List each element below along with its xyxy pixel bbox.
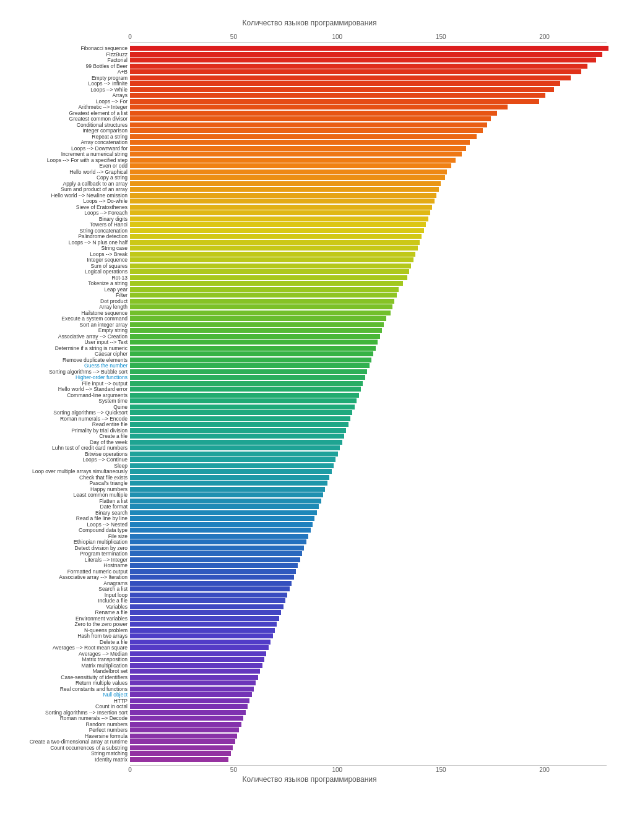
bar bbox=[130, 93, 545, 98]
bar-wrapper bbox=[130, 751, 613, 756]
bar bbox=[130, 381, 363, 386]
bar-wrapper bbox=[130, 281, 613, 286]
bar-label: String case bbox=[6, 245, 130, 251]
table-row: Haversine formula bbox=[6, 734, 613, 739]
table-row: Logical operations bbox=[6, 269, 613, 274]
bar-wrapper bbox=[130, 122, 613, 127]
bar-label: Sleep bbox=[6, 463, 130, 469]
table-row: Remove duplicate elements bbox=[6, 358, 613, 362]
table-row: Array concatenation bbox=[6, 140, 613, 145]
bar-wrapper bbox=[130, 745, 613, 750]
bar bbox=[130, 222, 426, 227]
bar-wrapper bbox=[130, 58, 613, 62]
bar-label: Detect division by zero bbox=[6, 545, 130, 551]
bar bbox=[130, 81, 560, 86]
table-row: Loops --> N plus one half bbox=[6, 240, 613, 245]
bar bbox=[130, 727, 239, 732]
bar-label: Primality by trial division bbox=[6, 427, 130, 434]
table-row: Sorting algorithms --> Bubble sort bbox=[6, 369, 613, 374]
bar bbox=[130, 99, 539, 104]
bar-label: Matrix multiplication bbox=[6, 662, 130, 669]
bar-label: Averages --> Median bbox=[6, 651, 130, 657]
table-row: Formatted numeric output bbox=[6, 569, 613, 574]
bar bbox=[130, 116, 491, 121]
bar-label: Fibonacci sequence bbox=[6, 45, 130, 51]
table-row: Loops --> Continue bbox=[6, 457, 613, 462]
bar bbox=[130, 663, 262, 668]
bar bbox=[130, 304, 392, 309]
bar-wrapper bbox=[130, 181, 613, 186]
bar-label: Rename a file bbox=[6, 609, 130, 615]
bar-wrapper bbox=[130, 593, 613, 598]
table-row: Count occurrences of a substring bbox=[6, 745, 613, 750]
table-row: 99 Bottles of Beer bbox=[6, 64, 613, 69]
bar-label: Case-sensitivity of identifiers bbox=[6, 674, 130, 680]
bar-wrapper bbox=[130, 375, 613, 380]
bar-wrapper bbox=[130, 657, 613, 662]
bar-wrapper bbox=[130, 616, 613, 621]
bar-wrapper bbox=[130, 222, 613, 227]
table-row: Rename a file bbox=[6, 610, 613, 615]
table-row: FizzBuzz bbox=[6, 52, 613, 57]
bar-wrapper bbox=[130, 481, 613, 486]
table-row: Greatest common divisor bbox=[6, 116, 613, 121]
bar-label: Arrays bbox=[6, 92, 130, 98]
bar-wrapper bbox=[130, 757, 613, 762]
bar bbox=[130, 111, 497, 116]
bar bbox=[130, 593, 287, 598]
bar-wrapper bbox=[130, 116, 613, 121]
bar-wrapper bbox=[130, 340, 613, 345]
bar-label: Hello world --> Graphical bbox=[6, 169, 130, 175]
bar bbox=[130, 581, 292, 586]
bar bbox=[130, 669, 260, 674]
table-row: Rot-13 bbox=[6, 275, 613, 280]
bar-wrapper bbox=[130, 158, 613, 163]
bar-wrapper bbox=[130, 633, 613, 638]
bar-wrapper bbox=[130, 546, 613, 551]
bar bbox=[130, 481, 327, 486]
bar bbox=[130, 757, 228, 762]
table-row: Include a file bbox=[6, 598, 613, 603]
table-row: Hello world --> Graphical bbox=[6, 169, 613, 174]
bar bbox=[130, 569, 296, 574]
axis-tick: 200 bbox=[539, 766, 550, 773]
table-row: Guess the number bbox=[6, 363, 613, 368]
bar-wrapper bbox=[130, 93, 613, 98]
bar bbox=[130, 633, 273, 638]
bar-wrapper bbox=[130, 346, 613, 351]
bar bbox=[130, 199, 435, 204]
bar-wrapper bbox=[130, 257, 613, 262]
table-row: Apply a callback to an array bbox=[6, 181, 613, 186]
bar-wrapper bbox=[130, 410, 613, 415]
bar bbox=[130, 492, 323, 497]
bar bbox=[130, 534, 308, 539]
bar-label: Determine if a string is numeric bbox=[6, 345, 130, 351]
bar-wrapper bbox=[130, 275, 613, 280]
bar-label: Binary digits bbox=[6, 216, 130, 222]
bar-label: Pascal's triangle bbox=[6, 480, 130, 486]
table-row: Integer sequence bbox=[6, 257, 613, 262]
table-row: Primality by trial division bbox=[6, 428, 613, 433]
bar-wrapper bbox=[130, 304, 613, 309]
bar-label: Tokenize a string bbox=[6, 280, 130, 286]
table-row: Associative array --> Creation bbox=[6, 334, 613, 339]
bar bbox=[130, 346, 376, 351]
table-row: Averages --> Root mean square bbox=[6, 645, 613, 650]
bar-label: Bitwise operations bbox=[6, 451, 130, 457]
bar bbox=[130, 387, 361, 392]
bar bbox=[130, 351, 373, 356]
bar-label: Array length bbox=[6, 304, 130, 310]
table-row: Factorial bbox=[6, 58, 613, 62]
bar-wrapper bbox=[130, 234, 613, 239]
bar-wrapper bbox=[130, 199, 613, 204]
bar-wrapper bbox=[130, 522, 613, 527]
table-row: Sum and product of an array bbox=[6, 187, 613, 192]
chart-area: 050100150200 Fibonacci sequenceFizzBuzzF… bbox=[6, 33, 613, 775]
table-row: Empty string bbox=[6, 328, 613, 333]
bar bbox=[130, 269, 409, 274]
bar-wrapper bbox=[130, 46, 613, 51]
table-row: HTTP bbox=[6, 698, 613, 703]
table-row: Filter bbox=[6, 293, 613, 298]
bar bbox=[130, 293, 397, 298]
bar bbox=[130, 46, 608, 51]
